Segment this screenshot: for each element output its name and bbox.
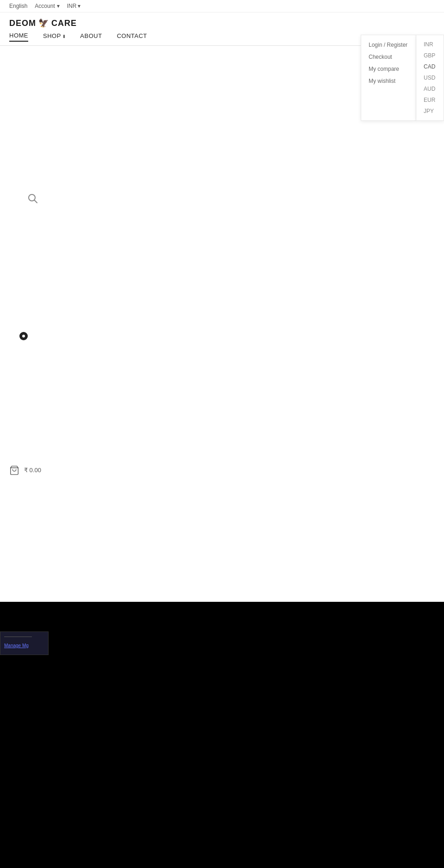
currency-eur[interactable]: EUR [416,94,444,106]
language-selector[interactable]: English [9,3,27,9]
header: DEOM🦅CARE Login / Register Checkout My c… [0,12,444,28]
currency-dropdown: INR GBP CAD USD AUD EUR JPY [416,35,444,121]
nav-contact[interactable]: CONTACT [117,32,147,41]
cart-icon[interactable] [9,465,19,475]
logo-bird-icon: 🦅 [38,18,49,28]
shop-submenu-icon: ▮ [63,34,66,38]
nav-shop[interactable]: SHOP ▮ [43,32,65,41]
account-currency-dropdown: Login / Register Checkout My compare My … [361,35,444,121]
floating-panel: Manage Mg [0,631,49,655]
currency-usd[interactable]: USD [416,72,444,83]
my-compare-link[interactable]: My compare [361,63,416,75]
nav-shop-label: SHOP [43,32,61,39]
svg-line-1 [35,200,37,203]
account-dropdown: Login / Register Checkout My compare My … [361,35,416,121]
search-area[interactable] [28,194,38,206]
login-register-link[interactable]: Login / Register [361,39,416,51]
cart-dot-inner [22,335,25,337]
logo[interactable]: DEOM🦅CARE [9,18,77,28]
nav-about[interactable]: ABOUT [80,32,102,41]
my-wishlist-link[interactable]: My wishlist [361,75,416,87]
currency-jpy[interactable]: JPY [416,106,444,117]
logo-text-right: CARE [51,19,77,28]
cart-price: ₹ 0.00 [24,467,41,474]
account-selector[interactable]: Account ▾ [35,3,59,9]
footer [0,602,444,868]
currency-chevron-icon: ▾ [78,3,80,9]
account-chevron-icon: ▾ [57,3,60,9]
checkout-link[interactable]: Checkout [361,51,416,63]
account-label: Account [35,3,55,9]
currency-label: INR [67,3,77,9]
currency-aud[interactable]: AUD [416,83,444,94]
currency-cad[interactable]: CAD [416,61,444,72]
floating-panel-link[interactable]: Manage Mg [4,643,29,648]
currency-selector[interactable]: INR ▾ [67,3,81,9]
floating-panel-divider [4,637,32,637]
cart-bar[interactable]: ₹ 0.00 [9,465,41,475]
main-content [0,46,444,648]
logo-text-left: DEOM [9,19,36,28]
currency-inr[interactable]: INR [416,39,444,50]
nav-home[interactable]: HOME [9,32,28,42]
top-bar: English Account ▾ INR ▾ [0,0,444,12]
search-icon[interactable] [28,194,38,204]
currency-gbp[interactable]: GBP [416,50,444,61]
cart-indicator[interactable] [19,332,28,340]
